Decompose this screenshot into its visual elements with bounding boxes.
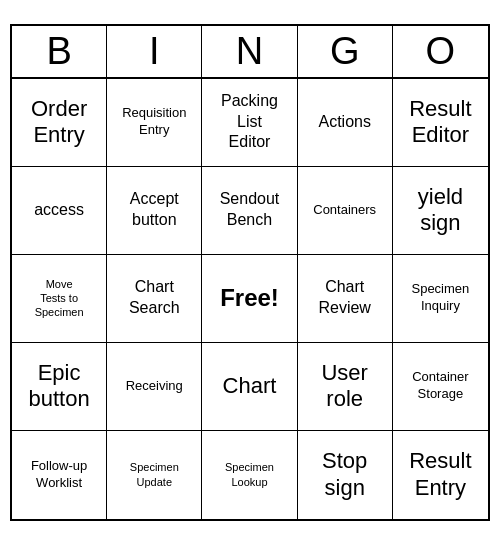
bingo-cell-15: Epicbutton [12,343,107,431]
bingo-cell-23: Stopsign [298,431,393,519]
bingo-cell-5: access [12,167,107,255]
cell-text-6: Acceptbutton [130,189,179,231]
cell-text-5: access [34,200,84,221]
bingo-cell-12: Free! [202,255,297,343]
bingo-cell-2: PackingListEditor [202,79,297,167]
cell-text-2: PackingListEditor [221,91,278,153]
bingo-cell-10: MoveTests toSpecimen [12,255,107,343]
cell-text-23: Stopsign [322,448,367,501]
cell-text-3: Actions [318,112,370,133]
header-letter-o: O [393,26,488,77]
bingo-cell-16: Receiving [107,343,202,431]
bingo-cell-20: Follow-upWorklist [12,431,107,519]
cell-text-13: ChartReview [318,277,370,319]
cell-text-1: RequisitionEntry [122,105,186,139]
bingo-cell-9: yieldsign [393,167,488,255]
bingo-header: BINGO [12,26,488,79]
cell-text-18: Userrole [321,360,367,413]
cell-text-9: yieldsign [418,184,463,237]
bingo-card: BINGO OrderEntryRequisitionEntryPackingL… [10,24,490,521]
bingo-cell-4: ResultEditor [393,79,488,167]
cell-text-10: MoveTests toSpecimen [35,277,84,320]
bingo-cell-1: RequisitionEntry [107,79,202,167]
header-letter-n: N [202,26,297,77]
bingo-cell-17: Chart [202,343,297,431]
bingo-cell-21: SpecimenUpdate [107,431,202,519]
bingo-cell-13: ChartReview [298,255,393,343]
header-letter-i: I [107,26,202,77]
cell-text-16: Receiving [126,378,183,395]
cell-text-7: SendoutBench [220,189,280,231]
bingo-cell-22: SpecimenLookup [202,431,297,519]
cell-text-4: ResultEditor [409,96,471,149]
bingo-cell-6: Acceptbutton [107,167,202,255]
cell-text-17: Chart [223,373,277,399]
cell-text-20: Follow-upWorklist [31,458,87,492]
header-letter-g: G [298,26,393,77]
cell-text-24: ResultEntry [409,448,471,501]
cell-text-21: SpecimenUpdate [130,460,179,489]
bingo-cell-0: OrderEntry [12,79,107,167]
bingo-cell-24: ResultEntry [393,431,488,519]
bingo-cell-8: Containers [298,167,393,255]
header-letter-b: B [12,26,107,77]
cell-text-11: ChartSearch [129,277,180,319]
bingo-cell-18: Userrole [298,343,393,431]
cell-text-14: SpecimenInquiry [411,281,469,315]
bingo-cell-7: SendoutBench [202,167,297,255]
cell-text-15: Epicbutton [29,360,90,413]
cell-text-0: OrderEntry [31,96,87,149]
cell-text-22: SpecimenLookup [225,460,274,489]
bingo-cell-3: Actions [298,79,393,167]
bingo-cell-11: ChartSearch [107,255,202,343]
cell-text-12: Free! [220,284,279,312]
bingo-cell-14: SpecimenInquiry [393,255,488,343]
bingo-cell-19: ContainerStorage [393,343,488,431]
cell-text-19: ContainerStorage [412,369,468,403]
bingo-grid: OrderEntryRequisitionEntryPackingListEdi… [12,79,488,519]
cell-text-8: Containers [313,202,376,219]
